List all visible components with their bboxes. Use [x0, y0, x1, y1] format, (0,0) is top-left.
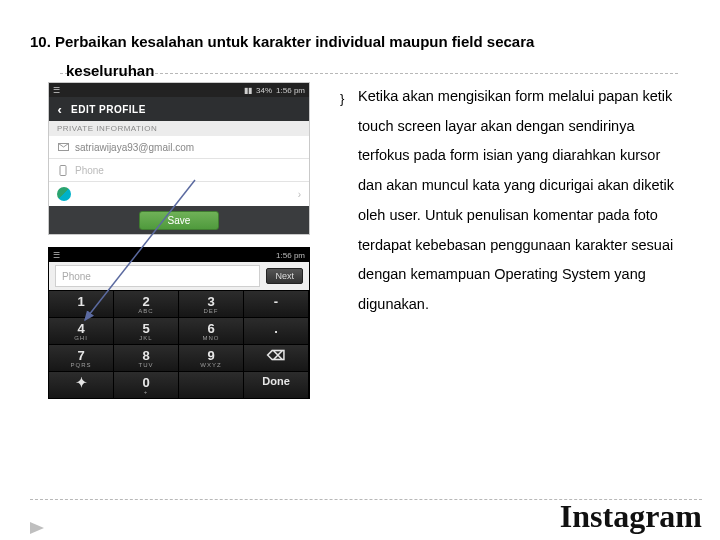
key-9[interactable]: 9WXYZ: [179, 344, 244, 371]
brand-logo: Instagram: [560, 500, 702, 534]
key-done[interactable]: Done: [244, 371, 309, 398]
save-button[interactable]: Save: [139, 211, 220, 230]
phone-placeholder: Phone: [75, 165, 104, 176]
key-sym[interactable]: ✦: [49, 371, 114, 398]
status-menu-icon: ☰: [53, 86, 60, 95]
input-strip: Phone Next: [49, 262, 309, 290]
key-dash[interactable]: -: [244, 290, 309, 317]
mail-icon: [57, 141, 69, 153]
keypad-row-4: ✦ 0+ Done: [49, 371, 309, 398]
key-1[interactable]: 1: [49, 290, 114, 317]
phone-input-placeholder: Phone: [62, 271, 91, 282]
status-bar-2: ☰ 1:56 pm: [49, 248, 309, 262]
section-label: PRIVATE INFORMATION: [49, 121, 309, 136]
gender-icon: [57, 187, 71, 201]
chevron-right-icon: ›: [298, 189, 301, 200]
key-2[interactable]: 2ABC: [114, 290, 179, 317]
description-column: } Ketika akan mengisikan form melalui pa…: [320, 82, 690, 399]
gender-row[interactable]: ›: [49, 182, 309, 206]
phone-row[interactable]: Phone: [49, 159, 309, 182]
slide-marker-icon: [30, 522, 44, 534]
title-bar: ‹ EDIT PROFILE: [49, 97, 309, 121]
key-4[interactable]: 4GHI: [49, 317, 114, 344]
key-blank[interactable]: [179, 371, 244, 398]
screenshot-edit-profile: ☰ ▮▮ 34% 1:56 pm ‹ EDIT PROFILE PRIVATE …: [48, 82, 310, 235]
description-text: Ketika akan mengisikan form melalui papa…: [358, 82, 678, 320]
heading-line-2: keseluruhan: [30, 57, 690, 86]
phone-icon: [57, 164, 69, 176]
phone-input[interactable]: Phone: [55, 265, 260, 287]
keypad-row-2: 4GHI 5JKL 6MNO .: [49, 317, 309, 344]
next-button[interactable]: Next: [266, 268, 303, 284]
battery-text: 34%: [256, 86, 272, 95]
clock-text-2: 1:56 pm: [276, 251, 305, 260]
heading-line-1: 10. Perbaikan kesalahan untuk karakter i…: [30, 28, 690, 57]
slide-heading: 10. Perbaikan kesalahan untuk karakter i…: [30, 28, 690, 85]
key-3[interactable]: 3DEF: [179, 290, 244, 317]
screen-title: EDIT PROFILE: [71, 104, 146, 115]
key-0[interactable]: 0+: [114, 371, 179, 398]
key-dot[interactable]: .: [244, 317, 309, 344]
save-bar: Save: [49, 206, 309, 234]
back-icon[interactable]: ‹: [49, 102, 71, 117]
key-5[interactable]: 5JKL: [114, 317, 179, 344]
key-backspace[interactable]: ⌫: [244, 344, 309, 371]
keypad-row-3: 7PQRS 8TUV 9WXYZ ⌫: [49, 344, 309, 371]
clock-text: 1:56 pm: [276, 86, 305, 95]
key-8[interactable]: 8TUV: [114, 344, 179, 371]
status-menu-icon-2: ☰: [53, 251, 60, 260]
key-6[interactable]: 6MNO: [179, 317, 244, 344]
keypad-row-1: 1 2ABC 3DEF -: [49, 290, 309, 317]
svg-rect-1: [60, 165, 66, 175]
signal-icon: ▮▮: [244, 86, 252, 95]
email-row[interactable]: satriawijaya93@gmail.com: [49, 136, 309, 159]
email-value: satriawijaya93@gmail.com: [75, 142, 194, 153]
bullet-icon: }: [340, 82, 358, 320]
status-bar: ☰ ▮▮ 34% 1:56 pm: [49, 83, 309, 97]
screenshot-keypad: ☰ 1:56 pm Phone Next 1 2ABC 3DEF: [48, 247, 310, 399]
screenshots-column: ☰ ▮▮ 34% 1:56 pm ‹ EDIT PROFILE PRIVATE …: [30, 82, 320, 399]
numeric-keypad: 1 2ABC 3DEF - 4GHI 5JKL 6MNO . 7PQRS 8TU…: [49, 290, 309, 398]
key-7[interactable]: 7PQRS: [49, 344, 114, 371]
